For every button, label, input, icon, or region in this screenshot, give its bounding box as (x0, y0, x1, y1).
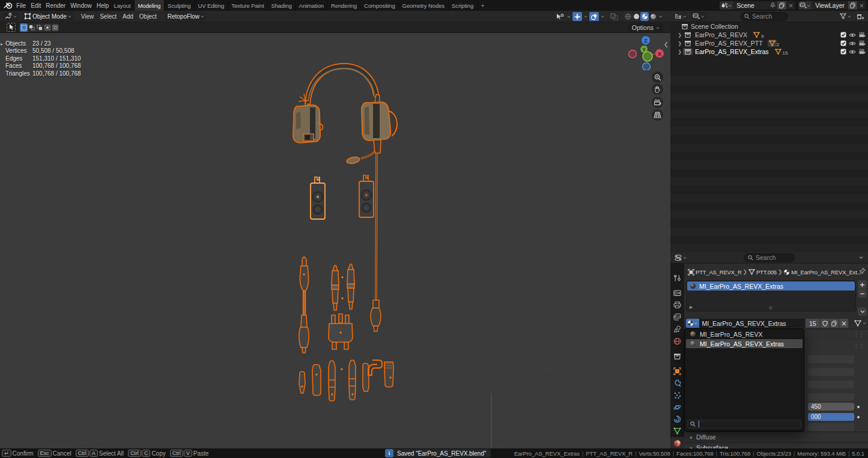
breadcrumb-item[interactable]: PTT.005 (756, 269, 777, 276)
xray-toggle[interactable] (610, 12, 619, 21)
gizmos-toggle[interactable] (572, 12, 582, 21)
expand-caret-icon[interactable]: ❯ (676, 32, 683, 38)
overlays-chevron[interactable] (600, 12, 605, 21)
gizmos-chevron[interactable] (583, 12, 588, 21)
slot-list-expand-caret[interactable]: ▶ (690, 305, 693, 310)
stats-collapse-caret[interactable]: ▸ (1, 41, 3, 48)
tab-shading[interactable]: Shading (268, 0, 296, 11)
scene-browse-button[interactable] (720, 1, 733, 10)
gizmo-y-label[interactable]: Y (642, 47, 646, 53)
properties-tab-tool[interactable] (670, 272, 684, 284)
menu-edit[interactable]: Edit (28, 1, 43, 10)
menu-window[interactable]: Window (68, 1, 94, 10)
tab-scripting[interactable]: Scripting (449, 0, 478, 11)
dropdown-item-1[interactable]: MI_EarPro_AS_REVX (686, 330, 803, 339)
unlink-material-button[interactable] (839, 319, 848, 328)
tab-uv-editing[interactable]: UV Editing (195, 0, 228, 11)
tab-layout[interactable]: Layout (111, 0, 135, 11)
shading-wireframe-button[interactable] (624, 12, 632, 21)
retopoflow-menu[interactable]: RetopoFlow (166, 12, 206, 21)
subsurface-panel-header[interactable]: ▸Subsurface (684, 442, 868, 448)
render-camera-icon[interactable] (858, 32, 866, 38)
zoom-button[interactable] (652, 71, 663, 83)
exclude-checkbox[interactable] (840, 40, 846, 46)
properties-tab-modifiers[interactable] (670, 377, 684, 389)
outliner-empty-area[interactable] (670, 68, 868, 252)
new-collection-button[interactable] (857, 13, 864, 20)
viewport-3d[interactable]: ▸ Objects23 / 23Vertices50,508 / 50,508E… (0, 33, 670, 448)
properties-tab-data[interactable] (670, 425, 684, 437)
options-dropdown[interactable]: Options (628, 23, 663, 32)
panel-drag-grip[interactable]: ⋮⋮ (854, 332, 864, 337)
render-camera-icon[interactable] (858, 40, 866, 46)
properties-tab-constraints[interactable] (670, 413, 684, 425)
exclude-checkbox[interactable] (840, 32, 846, 38)
saved-notification[interactable]: i Saved "EarPro_AS_REVX.blend" (385, 449, 491, 457)
pin-icon[interactable] (859, 268, 866, 274)
select-mode-set[interactable] (20, 23, 28, 32)
properties-tab-object[interactable] (670, 365, 684, 377)
shading-rendered-button[interactable] (649, 12, 657, 21)
tab-compositing[interactable]: Compositing (360, 0, 399, 11)
sidebar-collapse-arrow[interactable]: ❮ (664, 41, 669, 47)
material-users-count[interactable]: 15 (805, 319, 820, 328)
material-slot-active[interactable]: MI_EarPro_AS_REVX_Extras (687, 282, 855, 291)
slot-list-resize-grip[interactable]: ☰ (769, 306, 773, 310)
select-mode-invert[interactable] (43, 23, 51, 32)
properties-tab-collection[interactable] (670, 350, 684, 362)
outliner-row-earpro_as_revx_ptt[interactable]: ❯EarPro_AS_REVX_PTT2 (670, 39, 868, 47)
roughness-slider[interactable]: 450 (808, 403, 854, 411)
dropdown-search-input[interactable] (687, 420, 801, 429)
properties-tab-world[interactable] (670, 335, 684, 347)
fake-user-shield-button[interactable] (820, 319, 830, 328)
scene-name[interactable]: Scene (733, 1, 768, 10)
outliner-row-earpro_as_revx_extras[interactable]: ❯EarPro_AS_REVX_Extras15 (670, 47, 868, 56)
decorator-dot-2[interactable] (857, 416, 860, 418)
outliner-display-mode-button[interactable] (691, 12, 706, 21)
properties-tab-material[interactable] (670, 437, 684, 449)
navigation-gizmo[interactable]: Z X Y (625, 33, 668, 70)
tab-texture-paint[interactable]: Texture Paint (228, 0, 268, 11)
camera-view-button[interactable] (652, 97, 663, 108)
menu-file[interactable]: File (14, 1, 28, 10)
select-mode-extend[interactable] (28, 23, 35, 32)
browse-material-button[interactable] (686, 319, 699, 328)
outliner-row-earpro_as_revx[interactable]: ❯EarPro_AS_REVX9 (670, 31, 868, 39)
viewlayer-name[interactable]: ViewLayer (812, 1, 848, 10)
properties-tab-physics[interactable] (670, 401, 684, 413)
gizmo-z-label[interactable]: Z (644, 38, 648, 44)
tab-geometry-nodes[interactable]: Geometry Nodes (399, 0, 448, 11)
expand-caret-icon[interactable]: ❯ (676, 49, 683, 55)
surface-field-3[interactable] (808, 381, 854, 388)
menu-select[interactable]: Select (97, 12, 120, 21)
surface-field-1[interactable] (808, 355, 854, 363)
scene-pin-icon[interactable] (768, 1, 777, 10)
gizmo-x-label[interactable]: X (658, 51, 661, 57)
select-mode-subtract[interactable] (35, 23, 43, 32)
outliner-row-scene-collection[interactable]: Scene Collection (670, 22, 868, 31)
surface-field-2[interactable] (808, 368, 854, 376)
scene-new-button[interactable] (777, 1, 786, 10)
viewlayer-new-button[interactable] (848, 1, 857, 10)
metallic-slider[interactable]: 000 (808, 413, 854, 421)
select-mode-intersect[interactable] (51, 23, 59, 32)
menu-view[interactable]: View (78, 12, 97, 21)
new-material-button[interactable] (830, 319, 839, 328)
dropdown-item-2[interactable]: MI_EarPro_AS_REVX_Extras (686, 339, 803, 348)
decorator-dot-1[interactable] (857, 406, 860, 408)
outliner-search-input[interactable]: Search (740, 12, 788, 21)
material-slot-list[interactable]: MI_EarPro_AS_REVX_Extras ▶ ☰ (686, 280, 856, 312)
shading-solid-button[interactable] (632, 12, 640, 21)
breadcrumb-item[interactable]: MI_EarPro_AS_REVX_Ext... (791, 269, 861, 276)
menu-object[interactable]: Object (136, 12, 160, 21)
editor-type-outliner-button[interactable] (673, 12, 688, 21)
properties-tab-viewlayer[interactable] (670, 311, 684, 323)
outliner-filter-button[interactable] (840, 13, 851, 19)
hide-eye-icon[interactable] (849, 41, 856, 46)
pan-button[interactable] (652, 83, 663, 95)
mode-selector[interactable]: Object Mode (22, 12, 73, 21)
material-name-field[interactable]: MI_EarPro_AS_REVX_Extras (699, 319, 805, 328)
render-camera-icon[interactable] (858, 49, 866, 55)
surface-field-4[interactable] (808, 393, 854, 401)
shading-material-button[interactable] (640, 12, 649, 21)
